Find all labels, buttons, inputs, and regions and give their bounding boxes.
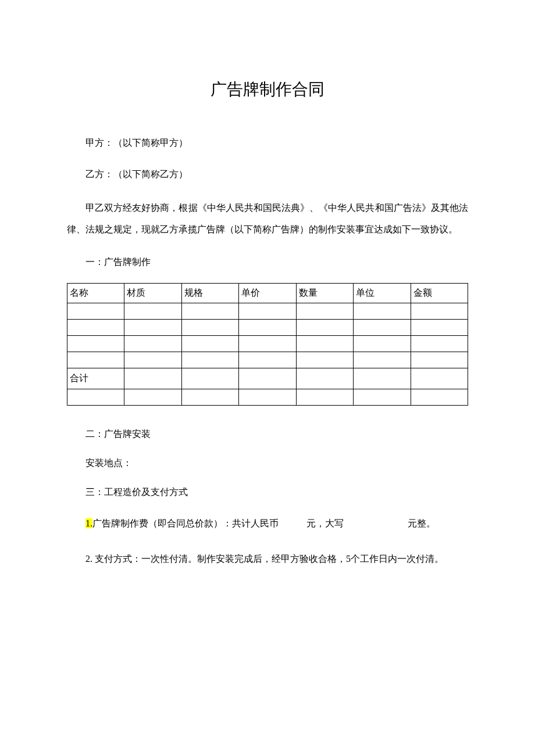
table-row — [67, 352, 468, 368]
col-material: 材质 — [124, 284, 181, 303]
table-row — [67, 336, 468, 352]
total-label: 合计 — [67, 368, 124, 389]
intro-paragraph: 甲乙双方经友好协商，根据《中华人民共和国民法典》、《中华人民共和国广告法》及其他… — [67, 198, 468, 241]
col-spec: 规格 — [181, 284, 238, 303]
item-1-text-b: 元，大写 — [306, 518, 344, 528]
item-1-text-c: 元整。 — [408, 518, 436, 528]
section-1-heading: 一：广告牌制作 — [67, 255, 468, 270]
table-header-row: 名称 材质 规格 单价 数量 单位 金额 — [67, 284, 468, 303]
section-2-heading: 二：广告牌安装 — [67, 427, 468, 442]
party-b-line: 乙方：（以下简称乙方） — [67, 167, 468, 182]
item-1-number: 1. — [85, 518, 92, 528]
item-2-paragraph: 2. 支付方式：一次性付清。制作安装完成后，经甲方验收合格，5个工作日内一次付清… — [67, 549, 468, 570]
document-page: 广告牌制作合同 甲方：（以下简称甲方） 乙方：（以下简称乙方） 甲乙双方经友好协… — [0, 0, 535, 570]
table-row — [67, 320, 468, 336]
col-qty: 数量 — [296, 284, 353, 303]
install-location: 安装地点： — [67, 456, 468, 471]
col-unit-price: 单价 — [239, 284, 296, 303]
col-name: 名称 — [67, 284, 124, 303]
party-a-line: 甲方：（以下简称甲方） — [67, 135, 468, 151]
table-row — [67, 389, 468, 406]
col-unit: 单位 — [354, 284, 411, 303]
section-3-heading: 三：工程造价及支付方式 — [67, 485, 468, 500]
table-total-row: 合计 — [67, 368, 468, 389]
item-1-text-a: 广告牌制作费（即合同总价款）：共计人民币 — [92, 518, 279, 528]
items-table: 名称 材质 规格 单价 数量 单位 金额 合计 — [67, 283, 468, 406]
item-1-paragraph: 1.广告牌制作费（即合同总价款）：共计人民币元，大写元整。 — [67, 513, 468, 535]
col-amount: 金额 — [411, 284, 468, 303]
document-title: 广告牌制作合同 — [67, 78, 468, 101]
table-row — [67, 303, 468, 320]
